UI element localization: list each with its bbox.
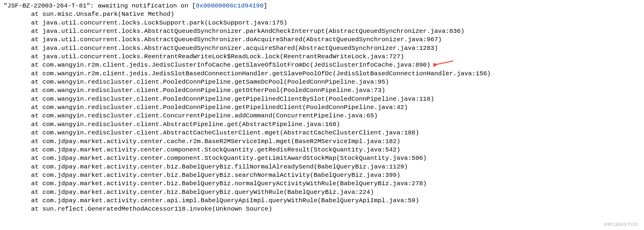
stack-frame-text: com.jdpay.market.activity.center.biz.Bab… — [42, 189, 374, 196]
thread-status-suffix: ] — [264, 2, 268, 9]
stack-frame: at com.jdpay.market.activity.center.biz.… — [31, 180, 640, 188]
stack-frame-text: com.wangyin.rediscluster.client.PooledCo… — [42, 104, 408, 111]
stack-frame-text: com.jdpay.market.activity.center.biz.Bab… — [42, 163, 408, 170]
stack-frame-text: java.util.concurrent.locks.AbstractQueue… — [42, 28, 464, 35]
stack-frame-text: com.wangyin.r2m.client.jedis.JedisCluste… — [42, 62, 431, 68]
stack-frame: at com.wangyin.rediscluster.client.Abstr… — [31, 129, 640, 137]
stack-frame: at com.jdpay.market.activity.center.comp… — [31, 146, 640, 154]
stack-frame: at com.jdpay.market.activity.center.comp… — [31, 154, 640, 162]
stack-frame-text: java.util.concurrent.locks.LockSupport.p… — [42, 19, 287, 26]
stack-frame: at java.util.concurrent.locks.AbstractQu… — [31, 36, 640, 44]
at-keyword: at — [31, 197, 42, 204]
stack-frame-text: com.wangyin.rediscluster.client.PooledCo… — [42, 79, 389, 85]
stack-frame-text: java.util.concurrent.locks.AbstractQueue… — [42, 45, 438, 52]
thread-status-prefix: : awaiting notification on [ — [90, 2, 196, 9]
at-keyword: at — [31, 180, 42, 187]
stack-trace: at sun.misc.Unsafe.park(Native Method)at… — [4, 10, 640, 213]
stack-frame-text: com.jdpay.market.activity.center.compone… — [42, 155, 427, 162]
stack-frame: at java.util.concurrent.locks.AbstractQu… — [31, 44, 640, 53]
at-keyword: at — [31, 45, 42, 52]
stack-frame: at com.jdpay.market.activity.center.biz.… — [31, 171, 640, 180]
stack-frame: at com.wangyin.rediscluster.client.Poole… — [31, 103, 640, 112]
stack-frame-text: java.util.concurrent.locks.AbstractQueue… — [42, 36, 442, 43]
at-keyword: at — [31, 11, 42, 18]
stack-frame-text: com.wangyin.rediscluster.client.PooledCo… — [42, 87, 385, 94]
at-keyword: at — [31, 87, 42, 94]
at-keyword: at — [31, 104, 42, 111]
stack-frame: at com.jdpay.market.activity.center.biz.… — [31, 163, 640, 171]
stack-frame: at sun.misc.Unsafe.park(Native Method) — [31, 10, 640, 19]
stack-frame: at com.wangyin.rediscluster.client.Poole… — [31, 86, 640, 95]
at-keyword: at — [31, 36, 42, 43]
at-keyword: at — [31, 53, 42, 60]
stack-frame-text: com.jdpay.market.activity.center.biz.Bab… — [42, 180, 427, 187]
stack-frame: at com.jdpay.market.activity.center.api.… — [31, 197, 640, 205]
at-keyword: at — [31, 138, 42, 145]
stack-frame-text: com.wangyin.r2m.client.jedis.JedisSlotBa… — [42, 70, 491, 77]
stack-frame: at com.wangyin.rediscluster.client.Concu… — [31, 112, 640, 120]
stack-frame: at com.wangyin.r2m.client.jedis.JedisClu… — [31, 61, 640, 69]
stack-frame: at java.util.concurrent.locks.ReentrantR… — [31, 53, 640, 61]
stack-frame-text: com.jdpay.market.activity.center.cache.r… — [42, 138, 400, 145]
stack-frame-text: com.jdpay.market.activity.center.compone… — [42, 146, 400, 153]
stack-frame-text: com.wangyin.rediscluster.client.Abstract… — [42, 121, 340, 128]
at-keyword: at — [31, 70, 42, 77]
stack-frame: at com.wangyin.r2m.client.jedis.JedisSlo… — [31, 70, 640, 78]
monitor-address: 0x00000006c1d94190 — [196, 2, 264, 9]
at-keyword: at — [31, 129, 42, 136]
stack-frame-text: sun.reflect.GeneratedMethodAccessor118.i… — [42, 206, 272, 212]
stack-frame-text: com.wangyin.rediscluster.client.Concurre… — [42, 112, 378, 119]
stack-frame-text: com.wangyin.rediscluster.client.PooledCo… — [42, 96, 434, 102]
at-keyword: at — [31, 121, 42, 128]
stack-frame: at com.jdpay.market.activity.center.biz.… — [31, 188, 640, 197]
at-keyword: at — [31, 155, 42, 162]
stack-frame: at java.util.concurrent.locks.LockSuppor… — [31, 19, 640, 27]
stack-frame-text: com.jdpay.market.activity.center.api.imp… — [42, 197, 419, 204]
thread-name: "JSF-BZ-22003-264-T-81" — [4, 2, 90, 9]
at-keyword: at — [31, 146, 42, 153]
stack-frame-text: com.jdpay.market.activity.center.biz.Bab… — [42, 172, 400, 179]
stack-frame: at java.util.concurrent.locks.AbstractQu… — [31, 27, 640, 36]
svg-line-0 — [436, 61, 453, 65]
at-keyword: at — [31, 79, 42, 85]
at-keyword: at — [31, 163, 42, 170]
stack-frame-text: java.util.concurrent.locks.ReentrantRead… — [42, 53, 404, 60]
stack-frame-text: com.wangyin.rediscluster.client.Abstract… — [42, 129, 419, 136]
at-keyword: at — [31, 172, 42, 179]
at-keyword: at — [31, 206, 42, 212]
stack-frame: at com.wangyin.rediscluster.client.Poole… — [31, 95, 640, 103]
stack-frame: at com.jdpay.market.activity.center.cach… — [31, 137, 640, 146]
stack-frame-text: sun.misc.Unsafe.park(Native Method) — [42, 11, 174, 18]
at-keyword: at — [31, 28, 42, 35]
stack-frame: at sun.reflect.GeneratedMethodAccessor11… — [31, 205, 640, 213]
at-keyword: at — [31, 96, 42, 102]
stack-frame: at com.wangyin.rediscluster.client.Poole… — [31, 78, 640, 86]
stack-frame: at com.wangyin.rediscluster.client.Abstr… — [31, 120, 640, 129]
at-keyword: at — [31, 62, 42, 68]
at-keyword: at — [31, 112, 42, 119]
at-keyword: at — [31, 19, 42, 26]
thread-header: "JSF-BZ-22003-264-T-81": awaiting notifi… — [4, 2, 640, 10]
at-keyword: at — [31, 189, 42, 196]
